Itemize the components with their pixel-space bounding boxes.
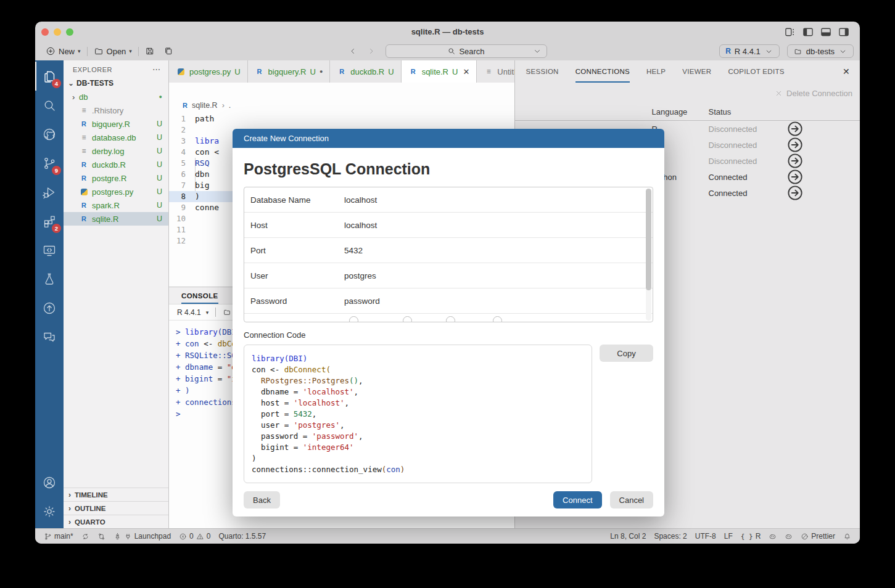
file-row[interactable]: ›db● bbox=[64, 90, 168, 104]
workspace-root-row[interactable]: ⌄ DB-TESTS bbox=[64, 77, 168, 90]
file-row[interactable]: postgres.pyU bbox=[64, 185, 168, 198]
center-nav: Search bbox=[349, 44, 547, 58]
files-activity-button[interactable]: 4 bbox=[35, 62, 64, 91]
field-value[interactable]: localhost bbox=[344, 195, 377, 205]
sidebar-section-outline[interactable]: ›OUTLINE bbox=[64, 501, 168, 515]
form-scrollbar[interactable] bbox=[646, 189, 651, 321]
copy-button[interactable]: Copy bbox=[600, 345, 653, 362]
debug-activity-button[interactable] bbox=[35, 178, 64, 206]
line-number: 5 bbox=[169, 158, 195, 169]
minimize-window-button[interactable] bbox=[54, 28, 61, 36]
history-back-icon[interactable] bbox=[349, 47, 357, 55]
interpreter-picker[interactable]: R R 4.4.1 bbox=[719, 44, 780, 58]
file-row[interactable]: ≡.Rhistory bbox=[64, 104, 168, 117]
account-activity-button[interactable] bbox=[35, 468, 64, 497]
radio-button[interactable] bbox=[403, 316, 412, 322]
workspace-picker[interactable]: db-tests bbox=[787, 44, 854, 58]
python-file-icon bbox=[79, 189, 89, 195]
quarto-item[interactable]: Quarto: 1.5.57 bbox=[218, 532, 266, 541]
more-actions-icon[interactable]: ⋯ bbox=[152, 65, 161, 74]
chevron-down-icon bbox=[838, 47, 848, 55]
panel-tab-copilot-edits[interactable]: COPILOT EDITS bbox=[728, 60, 784, 83]
language-mode-item[interactable]: { } R bbox=[741, 532, 761, 541]
sync-icon bbox=[81, 533, 89, 541]
field-value[interactable]: 5432 bbox=[344, 246, 363, 255]
eol-item[interactable]: LF bbox=[724, 532, 733, 541]
cancel-button[interactable]: Cancel bbox=[610, 491, 653, 508]
encoding-item[interactable]: UTF-8 bbox=[695, 532, 716, 541]
file-row[interactable]: Rsqlite.RU bbox=[64, 212, 168, 226]
problems-item[interactable]: 0 0 bbox=[179, 532, 210, 541]
token: + bbox=[176, 374, 185, 383]
radio-button[interactable] bbox=[349, 316, 358, 322]
open-connection-icon[interactable] bbox=[786, 184, 804, 202]
close-panel-icon[interactable]: ✕ bbox=[843, 67, 850, 76]
open-button[interactable]: Open▾ bbox=[89, 44, 136, 59]
launchpad-item[interactable]: Launchpad bbox=[113, 532, 171, 541]
file-row[interactable]: ≡database.dbU bbox=[64, 131, 168, 144]
save-button[interactable] bbox=[141, 44, 159, 59]
dialog-header[interactable]: Create New Connection bbox=[233, 129, 664, 148]
history-forward-icon[interactable] bbox=[367, 47, 376, 55]
new-button[interactable]: New▾ bbox=[41, 44, 85, 59]
testing-activity-button[interactable] bbox=[35, 264, 64, 293]
editor-tab[interactable]: postgres.pyU bbox=[169, 60, 248, 83]
sidebar-section-timeline[interactable]: ›TIMELINE bbox=[64, 488, 168, 501]
compare-changes-item[interactable] bbox=[97, 533, 105, 541]
file-row[interactable]: ≡derby.logU bbox=[64, 144, 168, 158]
toggle-panel-icon[interactable] bbox=[821, 28, 831, 36]
field-value[interactable]: postgres bbox=[344, 271, 376, 280]
chevron-down-icon[interactable] bbox=[533, 47, 542, 55]
search-activity-button[interactable] bbox=[35, 91, 64, 120]
branch-label: main* bbox=[54, 532, 73, 541]
panel-tab-session[interactable]: SESSION bbox=[526, 60, 559, 83]
form-scrollbar-thumb[interactable] bbox=[646, 189, 651, 290]
back-button[interactable]: Back bbox=[244, 491, 280, 508]
comments-activity-button[interactable] bbox=[35, 322, 64, 351]
panel-tab-viewer[interactable]: VIEWER bbox=[682, 60, 711, 83]
copilot-item[interactable] bbox=[769, 533, 777, 541]
file-row[interactable]: Rduckdb.RU bbox=[64, 158, 168, 171]
zoom-window-button[interactable] bbox=[66, 28, 73, 36]
search-input[interactable]: Search bbox=[386, 44, 547, 58]
git-branch-item[interactable]: main* bbox=[44, 532, 73, 541]
save-all-button[interactable] bbox=[159, 44, 178, 59]
panel-tab-help[interactable]: HELP bbox=[646, 60, 666, 83]
copilot-edits-item[interactable] bbox=[785, 533, 793, 541]
tab-console[interactable]: CONSOLE bbox=[181, 292, 218, 304]
field-value[interactable]: password bbox=[344, 296, 380, 306]
extensions-activity-button[interactable]: 2 bbox=[35, 206, 64, 235]
editor-tab[interactable]: Rbigquery.RU● bbox=[248, 60, 331, 83]
close-window-button[interactable] bbox=[41, 28, 49, 36]
cursor-position-item[interactable]: Ln 8, Col 2 bbox=[610, 532, 646, 541]
github-activity-button[interactable] bbox=[35, 120, 64, 149]
file-row[interactable]: Rspark.RU bbox=[64, 198, 168, 212]
field-value[interactable]: localhost bbox=[344, 221, 377, 230]
editor-tab[interactable]: Rduckdb.RU bbox=[330, 60, 401, 83]
editor-tab[interactable]: Rsqlite.RU✕ bbox=[402, 60, 477, 83]
file-row[interactable]: Rpostgre.RU bbox=[64, 171, 168, 185]
file-row[interactable]: Rbigquery.RU bbox=[64, 117, 168, 131]
settings-activity-button[interactable] bbox=[35, 497, 64, 526]
token: = bbox=[213, 374, 227, 383]
delete-connection-button[interactable]: Delete Connection bbox=[786, 89, 852, 98]
sidebar-section-quarto[interactable]: ›QUARTO bbox=[64, 515, 168, 528]
panel-tab-connections[interactable]: CONNECTIONS bbox=[575, 60, 630, 83]
indentation-item[interactable]: Spaces: 2 bbox=[654, 532, 687, 541]
token: + bbox=[176, 351, 185, 360]
source-control-activity-button[interactable]: 9 bbox=[35, 149, 64, 178]
toggle-right-sidebar-icon[interactable] bbox=[839, 28, 849, 36]
radio-button[interactable] bbox=[493, 316, 502, 322]
radio-button[interactable] bbox=[446, 316, 455, 322]
notifications-item[interactable] bbox=[843, 533, 851, 541]
publish-activity-button[interactable] bbox=[35, 293, 64, 322]
customize-layout-icon[interactable] bbox=[785, 28, 795, 36]
breadcrumb[interactable]: R sqlite.R › . bbox=[169, 83, 514, 113]
prettier-item[interactable]: Prettier bbox=[801, 532, 835, 541]
toggle-left-sidebar-icon[interactable] bbox=[803, 28, 813, 36]
connect-button[interactable]: Connect bbox=[553, 491, 601, 508]
sync-item[interactable] bbox=[81, 533, 89, 541]
console-interpreter[interactable]: R 4.4.1 bbox=[177, 308, 201, 317]
close-tab-icon[interactable]: ✕ bbox=[463, 67, 469, 76]
remote-activity-button[interactable] bbox=[35, 235, 64, 264]
